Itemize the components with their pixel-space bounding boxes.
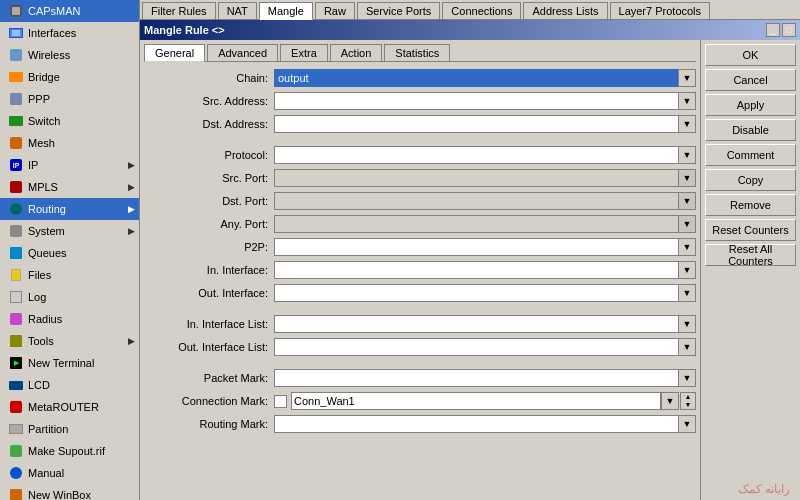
sidebar-item-wireless[interactable]: Wireless [0,44,139,66]
sidebar-item-routing[interactable]: Routing ▶ [0,198,139,220]
sidebar-item-ip[interactable]: IP IP ▶ [0,154,139,176]
protocol-row: Protocol: ▼ [144,145,696,165]
connection-mark-checkbox[interactable] [274,395,287,408]
tab-raw[interactable]: Raw [315,2,355,19]
connection-mark-row: Connection Mark: ▼ ▲ ▼ [144,391,696,411]
src-port-select[interactable] [274,169,696,187]
reset-all-counters-button[interactable]: Reset All Counters [705,244,796,266]
copy-button[interactable]: Copy [705,169,796,191]
sidebar-item-label: Routing [28,203,66,215]
sub-tab-statistics[interactable]: Statistics [384,44,450,61]
tab-connections[interactable]: Connections [442,2,521,19]
sub-tab-extra[interactable]: Extra [280,44,328,61]
sidebar-item-files[interactable]: Files [0,264,139,286]
tab-mangle[interactable]: Mangle [259,2,313,20]
packet-mark-select[interactable] [274,369,696,387]
main-area: Filter Rules NAT Mangle Raw Service Port… [140,0,800,500]
routing-mark-select[interactable] [274,415,696,433]
protocol-wrapper: ▼ [274,146,696,164]
sidebar-item-label: MPLS [28,181,58,193]
connection-mark-wrapper: ▼ ▲ ▼ [274,392,696,410]
sidebar-item-queues[interactable]: Queues [0,242,139,264]
src-port-wrapper: ▼ [274,169,696,187]
protocol-select[interactable] [274,146,696,164]
connection-mark-scroll[interactable]: ▲ ▼ [680,392,696,410]
sidebar-item-lcd[interactable]: LCD [0,374,139,396]
out-interface-list-label: Out. Interface List: [144,341,274,353]
mpls-icon [8,179,24,195]
sidebar-item-switch[interactable]: Switch [0,110,139,132]
in-interface-list-row: In. Interface List: ▼ [144,314,696,334]
sub-tab-action[interactable]: Action [330,44,383,61]
p2p-select[interactable] [274,238,696,256]
connection-mark-input[interactable] [291,392,661,410]
tab-filter-rules[interactable]: Filter Rules [142,2,216,19]
sub-tab-advanced[interactable]: Advanced [207,44,278,61]
p2p-label: P2P: [144,241,274,253]
sidebar-item-partition[interactable]: Partition [0,418,139,440]
sidebar-item-bridge[interactable]: Bridge [0,66,139,88]
dst-port-select[interactable] [274,192,696,210]
queues-icon [8,245,24,261]
ppp-icon [8,91,24,107]
ok-button[interactable]: OK [705,44,796,66]
sidebar-item-mpls[interactable]: MPLS ▶ [0,176,139,198]
sidebar-item-supout[interactable]: Make Supout.rif [0,440,139,462]
chain-dropdown-button[interactable]: ▼ [678,69,696,87]
sidebar-item-system[interactable]: System ▶ [0,220,139,242]
any-port-select[interactable] [274,215,696,233]
cancel-button[interactable]: Cancel [705,69,796,91]
sub-tab-general[interactable]: General [144,44,205,62]
sidebar-item-terminal[interactable]: ▶ New Terminal [0,352,139,374]
dst-address-select[interactable] [274,115,696,133]
reset-counters-button[interactable]: Reset Counters [705,219,796,241]
in-interface-select[interactable] [274,261,696,279]
sidebar-item-ppp[interactable]: PPP [0,88,139,110]
sidebar-item-manual[interactable]: Manual [0,462,139,484]
sidebar-item-log[interactable]: Log [0,286,139,308]
any-port-label: Any. Port: [144,218,274,230]
sidebar-item-radius[interactable]: Radius [0,308,139,330]
out-interface-wrapper: ▼ [274,284,696,302]
sidebar-item-metarouter[interactable]: MetaROUTER [0,396,139,418]
connection-mark-dropdown[interactable]: ▼ [661,392,679,410]
out-interface-select[interactable] [274,284,696,302]
dialog-maximize-button[interactable]: □ [782,23,796,37]
scroll-down-arrow: ▼ [685,401,692,409]
src-address-row: Src. Address: ▼ [144,91,696,111]
form-area: General Advanced Extra Action Statistics… [140,40,700,500]
tab-nat[interactable]: NAT [218,2,257,19]
chain-input[interactable] [274,69,678,87]
out-interface-list-select[interactable] [274,338,696,356]
sidebar-item-mesh[interactable]: Mesh [0,132,139,154]
sidebar-item-capsman[interactable]: CAPsMAN [0,0,139,22]
sidebar-item-tools[interactable]: Tools ▶ [0,330,139,352]
sidebar-item-winbox[interactable]: New WinBox [0,484,139,500]
comment-button[interactable]: Comment [705,144,796,166]
apply-button[interactable]: Apply [705,94,796,116]
out-interface-list-wrapper: ▼ [274,338,696,356]
tab-address-lists[interactable]: Address Lists [523,2,607,19]
p2p-row: P2P: ▼ [144,237,696,257]
protocol-label: Protocol: [144,149,274,161]
remove-button[interactable]: Remove [705,194,796,216]
disable-button[interactable]: Disable [705,119,796,141]
dialog-minimize-button[interactable]: _ [766,23,780,37]
capsman-icon [8,3,24,19]
any-port-wrapper: ▼ [274,215,696,233]
switch-icon [8,113,24,129]
lcd-icon [8,377,24,393]
out-interface-row: Out. Interface: ▼ [144,283,696,303]
terminal-icon: ▶ [8,355,24,371]
tab-layer7[interactable]: Layer7 Protocols [610,2,711,19]
ip-icon: IP [8,157,24,173]
src-address-select[interactable] [274,92,696,110]
sidebar-item-label: Make Supout.rif [28,445,105,457]
sidebar-item-label: New Terminal [28,357,94,369]
partition-icon [8,421,24,437]
sidebar-item-label: Files [28,269,51,281]
in-interface-list-select[interactable] [274,315,696,333]
sidebar-item-interfaces[interactable]: Interfaces [0,22,139,44]
tab-service-ports[interactable]: Service Ports [357,2,440,19]
sidebar-item-label: Queues [28,247,67,259]
